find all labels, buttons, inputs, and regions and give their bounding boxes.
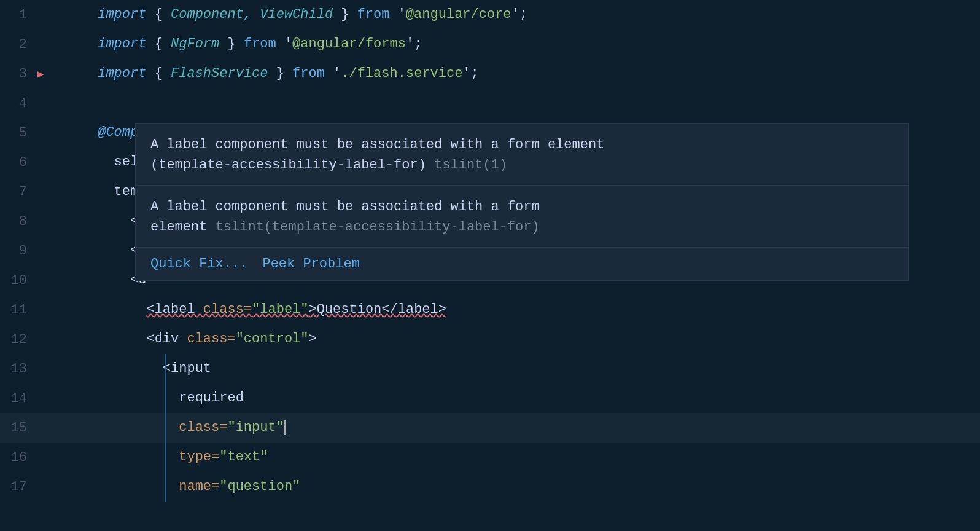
- line-num-4: 4: [0, 96, 37, 111]
- tooltip-popup: A label component must be associated wit…: [135, 123, 909, 281]
- line-num-7: 7: [0, 184, 37, 200]
- code-line-17: 17 name="question": [0, 472, 980, 502]
- code-line-4: 4: [0, 88, 980, 118]
- tooltip-msg2-line1: A label component must be associated wit…: [150, 199, 540, 214]
- tooltip-message-1: A label component must be associated wit…: [150, 135, 893, 175]
- line-num-6: 6: [0, 155, 37, 170]
- line-num-8: 8: [0, 214, 37, 229]
- line-num-10: 10: [0, 273, 37, 288]
- line-num-2: 2: [0, 37, 37, 52]
- code-editor: 1 import { Component, ViewChild } from '…: [0, 0, 980, 531]
- tooltip-msg1-line1: A label component must be associated wit…: [150, 137, 604, 152]
- line-num-5: 5: [0, 125, 37, 141]
- peek-problem-button[interactable]: Peek Problem: [262, 254, 359, 274]
- tooltip-msg1-tslint: tslint(1): [426, 157, 507, 173]
- tooltip-actions-bar: Quick Fix... Peek Problem: [136, 248, 908, 280]
- breakpoint-arrow: ▶: [37, 67, 44, 81]
- tooltip-msg1-line2-main: (template-accessibility-label-for): [150, 157, 426, 173]
- line-num-14: 14: [0, 391, 37, 406]
- line-num-1: 1: [0, 7, 37, 23]
- tooltip-msg2-line2-main: element: [150, 219, 207, 235]
- quick-fix-button[interactable]: Quick Fix...: [150, 254, 247, 274]
- line-num-16: 16: [0, 450, 37, 465]
- line-num-15: 15: [0, 420, 37, 436]
- tooltip-msg2-tslint: tslint(template-accessibility-label-for): [207, 219, 539, 235]
- gutter-3: ▶: [37, 67, 44, 81]
- tooltip-section-2: A label component must be associated wit…: [136, 186, 908, 248]
- line-num-12: 12: [0, 332, 37, 347]
- line-num-9: 9: [0, 243, 37, 259]
- indent-guide-17: [165, 472, 166, 502]
- keyword-import-3: import: [98, 66, 146, 81]
- tooltip-section-1: A label component must be associated wit…: [136, 124, 908, 186]
- line-content-17: name="question": [44, 442, 980, 531]
- line-num-11: 11: [0, 302, 37, 318]
- line-num-3: 3: [0, 66, 37, 82]
- tooltip-message-2: A label component must be associated wit…: [150, 197, 893, 237]
- line-num-13: 13: [0, 361, 37, 377]
- line-num-17: 17: [0, 479, 37, 495]
- code-line-3: 3 ▶ import { FlashService } from './flas…: [0, 59, 980, 88]
